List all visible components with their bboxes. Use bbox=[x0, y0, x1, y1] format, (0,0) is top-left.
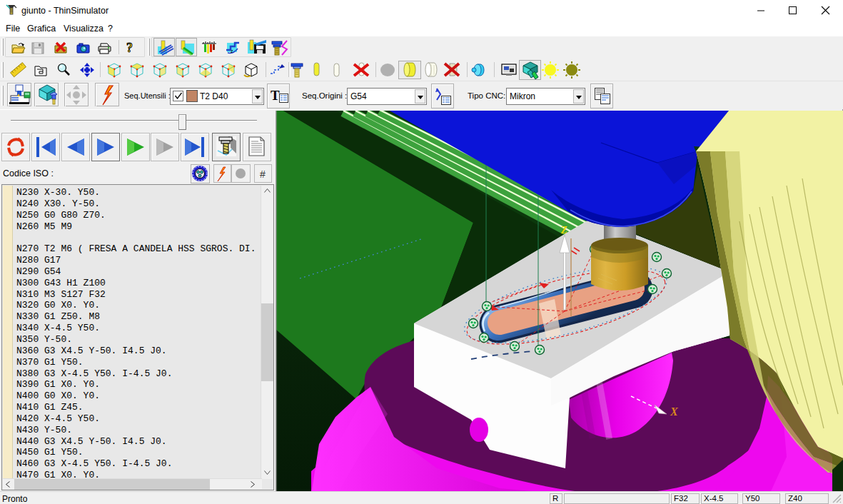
svg-text:#: # bbox=[260, 168, 266, 180]
svg-text:Z: Z bbox=[560, 225, 567, 236]
svg-text:X: X bbox=[670, 405, 678, 418]
svg-text:?: ? bbox=[126, 41, 133, 55]
svg-text:z: z bbox=[231, 49, 233, 54]
